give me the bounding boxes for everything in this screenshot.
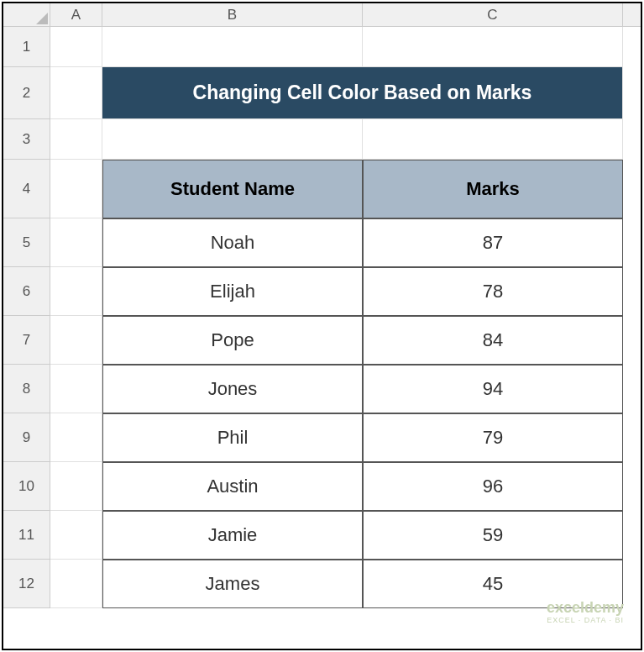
cell-A5[interactable] <box>50 218 102 267</box>
watermark-line2: EXCEL · DATA · BI <box>547 617 624 625</box>
cell-A9[interactable] <box>50 413 102 462</box>
row-12: 12 James 45 <box>3 560 641 608</box>
cell-A11[interactable] <box>50 511 102 560</box>
row-3: 3 <box>3 119 641 160</box>
col-header-A[interactable]: A <box>50 3 102 26</box>
watermark: exceldemy EXCEL · DATA · BI <box>547 600 624 625</box>
svg-marker-0 <box>36 13 48 24</box>
cell-A6[interactable] <box>50 267 102 316</box>
watermark-line1: exceldemy <box>547 600 624 617</box>
cell-A10[interactable] <box>50 462 102 511</box>
col-header-B[interactable]: B <box>102 3 363 26</box>
row-7: 7 Pope 84 <box>3 316 641 365</box>
cell-C3[interactable] <box>363 119 623 160</box>
row-8: 8 Jones 94 <box>3 365 641 413</box>
cell-student-marks[interactable]: 84 <box>363 316 623 365</box>
row-header-9[interactable]: 9 <box>3 413 50 462</box>
cell-student-marks[interactable]: 78 <box>363 267 623 316</box>
row-2: 2 Changing Cell Color Based on Marks <box>3 67 641 119</box>
cell-student-marks[interactable]: 96 <box>363 462 623 511</box>
cell-A7[interactable] <box>50 316 102 365</box>
cell-B1[interactable] <box>102 27 363 67</box>
cell-A4[interactable] <box>50 160 102 218</box>
cell-C1[interactable] <box>363 27 623 67</box>
cell-student-name[interactable]: Jones <box>102 365 363 413</box>
row-11: 11 Jamie 59 <box>3 511 641 560</box>
cell-student-name[interactable]: Austin <box>102 462 363 511</box>
row-4: 4 Student Name Marks <box>3 160 641 218</box>
cell-student-name[interactable]: Phil <box>102 413 363 462</box>
cell-A2[interactable] <box>50 67 102 119</box>
row-header-11[interactable]: 11 <box>3 511 50 560</box>
cell-A3[interactable] <box>50 119 102 160</box>
cell-A8[interactable] <box>50 365 102 413</box>
column-headers: A B C <box>3 3 641 27</box>
row-header-3[interactable]: 3 <box>3 119 50 160</box>
header-marks[interactable]: Marks <box>363 160 623 218</box>
cell-B3[interactable] <box>102 119 363 160</box>
col-header-C[interactable]: C <box>363 3 623 26</box>
title-cell[interactable]: Changing Cell Color Based on Marks <box>102 67 623 119</box>
cell-student-name[interactable]: Noah <box>102 218 363 267</box>
cell-student-name[interactable]: Elijah <box>102 267 363 316</box>
cell-student-marks[interactable]: 87 <box>363 218 623 267</box>
row-header-6[interactable]: 6 <box>3 267 50 316</box>
header-name[interactable]: Student Name <box>102 160 363 218</box>
cell-student-marks[interactable]: 94 <box>363 365 623 413</box>
row-1: 1 <box>3 27 641 67</box>
cell-student-marks[interactable]: 79 <box>363 413 623 462</box>
select-all-corner[interactable] <box>3 3 50 26</box>
cell-A1[interactable] <box>50 27 102 67</box>
row-5: 5 Noah 87 <box>3 218 641 267</box>
cell-A12[interactable] <box>50 560 102 608</box>
select-all-icon <box>36 13 48 24</box>
row-6: 6 Elijah 78 <box>3 267 641 316</box>
cell-student-name[interactable]: Pope <box>102 316 363 365</box>
cell-student-marks[interactable]: 59 <box>363 511 623 560</box>
row-header-4[interactable]: 4 <box>3 160 50 218</box>
row-header-12[interactable]: 12 <box>3 560 50 608</box>
row-header-2[interactable]: 2 <box>3 67 50 119</box>
cell-student-name[interactable]: Jamie <box>102 511 363 560</box>
row-9: 9 Phil 79 <box>3 413 641 462</box>
row-header-5[interactable]: 5 <box>3 218 50 267</box>
row-header-8[interactable]: 8 <box>3 365 50 413</box>
row-header-7[interactable]: 7 <box>3 316 50 365</box>
row-header-1[interactable]: 1 <box>3 27 50 67</box>
row-header-10[interactable]: 10 <box>3 462 50 511</box>
row-10: 10 Austin 96 <box>3 462 641 511</box>
cell-student-name[interactable]: James <box>102 560 363 608</box>
spreadsheet-viewport: A B C 1 2 Changing Cell Color Based on M… <box>2 2 642 650</box>
